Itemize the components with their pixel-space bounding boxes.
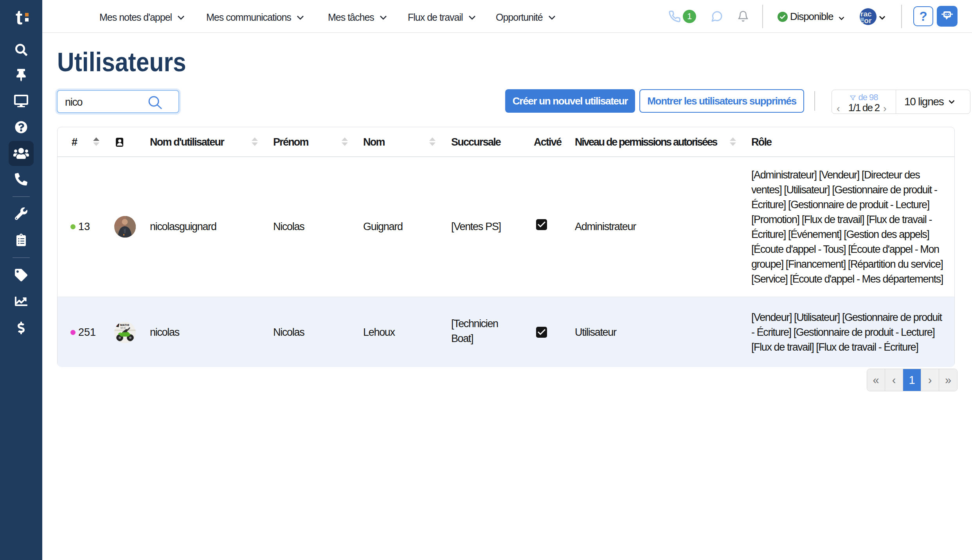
svg-text:MX #3: MX #3 — [121, 327, 126, 329]
svg-text:MATHI: MATHI — [120, 323, 129, 327]
